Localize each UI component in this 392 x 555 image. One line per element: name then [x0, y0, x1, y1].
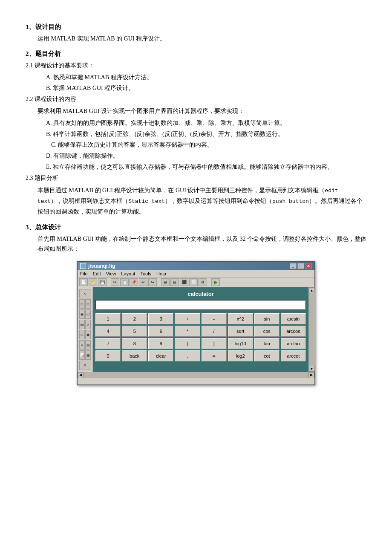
toolbar-view2[interactable]: ⬜ — [189, 278, 198, 286]
toolbar-grid[interactable]: ⊟ — [170, 278, 179, 286]
section3-p1: 首先用 MATLAB GUI 功能，在绘制一个静态文本框和一个文本编辑框，以及 … — [37, 234, 366, 254]
btn-cos[interactable]: cos — [254, 326, 280, 337]
sidebar-frame[interactable]: ▣ — [85, 330, 91, 339]
sidebar-listbox[interactable]: ≡ — [79, 340, 85, 350]
sidebar-axes[interactable]: 📊 — [79, 350, 85, 360]
btn-arccot[interactable]: arccot — [281, 350, 306, 361]
scroll-left-arrow[interactable]: ◀ — [78, 372, 84, 378]
btn-2[interactable]: 2 — [122, 313, 147, 324]
btn-div[interactable]: / — [202, 326, 227, 337]
scroll-up-arrow[interactable]: ▲ — [309, 287, 315, 293]
btn-cot[interactable]: cot — [254, 350, 280, 361]
menu-help[interactable]: Help — [156, 271, 166, 276]
section3-title: 3、总体设计 — [26, 223, 366, 231]
toolbar-undo[interactable]: ↩ — [139, 278, 147, 286]
btn-minus[interactable]: - — [202, 313, 227, 324]
minimize-button[interactable]: _ — [290, 263, 297, 269]
calculator-label: calculator — [95, 290, 306, 298]
calc-main: calculator 1 2 3 + - x^2 sin arcsin 4 5 … — [93, 287, 308, 372]
titlebar-controls: _ □ ✕ — [290, 263, 312, 269]
btn-1[interactable]: 1 — [95, 313, 121, 324]
menu-view[interactable]: View — [106, 271, 116, 276]
s21-title: 2.1 课程设计的基本要求： — [26, 61, 366, 71]
app-icon — [80, 263, 86, 269]
toolbar-open[interactable]: 📂 — [89, 278, 97, 286]
toolbar-new[interactable]: 📄 — [79, 278, 88, 286]
toolbar-copy[interactable]: 📋 — [120, 278, 129, 286]
btn-sin[interactable]: sin — [254, 313, 280, 324]
calc-sidebar: ↖ ⊞ ⊟ ◉ ☑ ed tx ⊡ ▣ ≡ ▤ 📊 — [78, 287, 93, 372]
s23-title: 2.3 题目分析 — [26, 173, 366, 183]
calc-scrollbar-v: ▲ ▼ — [308, 287, 314, 372]
s23-p: 本题目通过 MATLAB 的 GUI 程序设计较为简单，在 GUI 设计中主要用… — [37, 185, 366, 217]
calc-buttons: 1 2 3 + - x^2 sin arcsin 4 5 6 * / sqrt … — [95, 313, 306, 361]
btn-plus[interactable]: + — [175, 313, 200, 324]
close-button[interactable]: ✕ — [305, 263, 312, 269]
btn-5[interactable]: 5 — [122, 326, 147, 337]
btn-7[interactable]: 7 — [95, 338, 121, 349]
btn-equals[interactable]: = — [202, 350, 227, 361]
sidebar-edit[interactable]: ed — [79, 320, 85, 329]
sidebar-radio[interactable]: ◉ — [79, 309, 85, 319]
btn-sqrt[interactable]: sqrt — [228, 326, 253, 337]
btn-9[interactable]: 9 — [148, 338, 173, 349]
btn-back[interactable]: back — [122, 350, 147, 361]
toolbar-view1[interactable]: ⬛ — [180, 278, 188, 286]
toolbar-cut[interactable]: ✂ — [111, 278, 119, 286]
scroll-track-h[interactable] — [84, 372, 308, 378]
s22-item-a: A. 具有友好的的用户图形界面。实现十进制数的加、减、乘、除、乘方、取模等简单计… — [46, 118, 366, 128]
btn-tan[interactable]: tan — [254, 338, 280, 349]
btn-8[interactable]: 8 — [122, 338, 147, 349]
scroll-track-v[interactable] — [309, 293, 315, 366]
btn-3[interactable]: 3 — [148, 313, 173, 324]
calc-display[interactable] — [95, 300, 306, 310]
toolbar-paste[interactable]: 📌 — [130, 278, 138, 286]
s22-item-c: C. 能够保存上次历史计算的答案，显示答案存储器中的内容。 — [51, 140, 366, 150]
titlebar-left: jisuanqi.fig — [80, 263, 115, 269]
btn-lparen[interactable]: ( — [175, 338, 200, 349]
menu-layout[interactable]: Layout — [121, 271, 135, 276]
btn-arctan[interactable]: arctan — [281, 338, 306, 349]
btn-xsq[interactable]: x^2 — [228, 313, 253, 324]
sidebar-tool2[interactable]: ⊟ — [85, 299, 91, 309]
btn-arcsin[interactable]: arcsin — [281, 313, 306, 324]
sidebar-activex[interactable]: X — [79, 361, 91, 370]
sidebar-popup[interactable]: ▤ — [85, 340, 91, 350]
scroll-down-arrow[interactable]: ▼ — [309, 366, 315, 372]
sidebar-text[interactable]: tx — [85, 320, 91, 329]
btn-0[interactable]: 0 — [95, 350, 121, 361]
sidebar-check[interactable]: ☑ — [85, 309, 91, 319]
toolbar-redo[interactable]: ↪ — [148, 278, 157, 286]
toolbar-save[interactable]: 💾 — [98, 278, 107, 286]
btn-4[interactable]: 4 — [95, 326, 121, 337]
btn-mul[interactable]: * — [175, 326, 200, 337]
sidebar-slider[interactable]: ⊡ — [79, 330, 85, 339]
calc-toolbar: 📄 📂 💾 ✂ 📋 📌 ↩ ↪ ⊞ ⊟ ⬛ ⬜ ⚙ ▶ — [78, 278, 314, 287]
btn-log2[interactable]: log2 — [228, 350, 253, 361]
calc-scrollbar-h: ◀ ▶ — [78, 372, 314, 378]
menu-file[interactable]: File — [80, 271, 88, 276]
s22-item-d: D. 有清除键，能清除操作。 — [46, 151, 366, 161]
calc-statusbar — [78, 378, 314, 384]
btn-arccos[interactable]: arccos — [281, 326, 306, 337]
scroll-right-arrow[interactable]: ▶ — [308, 372, 314, 378]
menu-tools[interactable]: Tools — [140, 271, 151, 276]
menu-edit[interactable]: Edit — [93, 271, 101, 276]
restore-button[interactable]: □ — [297, 263, 304, 269]
section1-content: 运用 MATLAB 实现 MATLAB 的 GUI 程序设计。 — [37, 34, 366, 44]
calc-body: ↖ ⊞ ⊟ ◉ ☑ ed tx ⊡ ▣ ≡ ▤ 📊 — [78, 287, 314, 372]
sidebar-tool1[interactable]: ⊞ — [79, 299, 85, 309]
toolbar-run[interactable]: ▶ — [211, 278, 220, 286]
section2-title: 2、题目分析 — [26, 50, 366, 58]
toolbar-props[interactable]: ⚙ — [199, 278, 207, 286]
calculator-window: jisuanqi.fig _ □ ✕ File Edit View Layout… — [77, 261, 315, 385]
toolbar-align[interactable]: ⊞ — [161, 278, 170, 286]
btn-rparen[interactable]: ) — [202, 338, 227, 349]
s21-item-b: B. 掌握 MATLAB GUI 程序设计。 — [46, 83, 366, 93]
sidebar-panel[interactable]: ▦ — [85, 350, 91, 360]
btn-log10[interactable]: log10 — [228, 338, 253, 349]
btn-6[interactable]: 6 — [148, 326, 173, 337]
btn-dot[interactable]: . — [175, 350, 200, 361]
sidebar-cursor[interactable]: ↖ — [79, 289, 91, 298]
btn-clear[interactable]: clear — [148, 350, 173, 361]
